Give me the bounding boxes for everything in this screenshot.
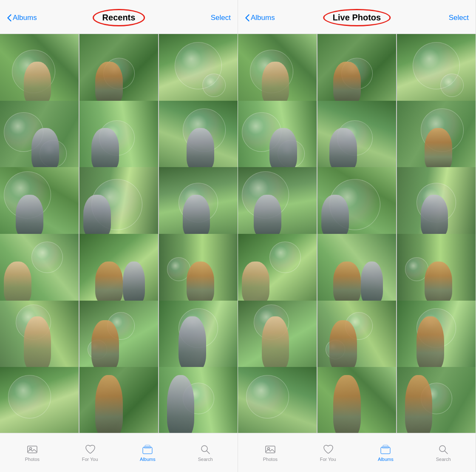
svg-point-12 <box>439 446 445 452</box>
right-panel-title: Live Photos <box>333 13 381 22</box>
left-photo-grid <box>0 34 238 433</box>
right-nav-photos[interactable]: Photos <box>255 444 285 462</box>
right-nav-search-label: Search <box>436 457 451 462</box>
right-nav-albums-label: Albums <box>378 457 394 462</box>
photo-cell[interactable] <box>397 367 476 433</box>
right-nav-for-you[interactable]: For You <box>313 444 343 462</box>
left-back-button[interactable]: Albums <box>7 14 37 22</box>
right-nav-for-you-label: For You <box>320 457 336 462</box>
left-nav-albums[interactable]: Albums <box>133 444 162 462</box>
left-panel: Albums Recents Select <box>0 0 238 472</box>
right-title-circle: Live Photos <box>323 9 391 26</box>
left-nav-search[interactable]: Search <box>190 444 220 462</box>
right-nav-search[interactable]: Search <box>428 444 458 462</box>
photo-cell[interactable] <box>79 367 158 433</box>
left-nav-photos[interactable]: Photos <box>17 444 47 462</box>
svg-rect-7 <box>266 446 275 453</box>
left-nav-albums-label: Albums <box>140 457 156 462</box>
photo-cell[interactable] <box>0 367 79 433</box>
left-header: Albums Recents Select <box>0 0 238 34</box>
photo-cell[interactable] <box>317 367 396 433</box>
left-title-circle: Recents <box>93 9 145 26</box>
svg-point-5 <box>201 446 207 452</box>
right-header: Albums Live Photos Select <box>238 0 476 34</box>
left-nav-search-label: Search <box>198 457 213 462</box>
left-nav-for-you-label: For You <box>82 457 98 462</box>
right-select-button[interactable]: Select <box>449 14 469 22</box>
left-bottom-nav: Photos For You Albums Search <box>0 433 238 472</box>
photo-cell[interactable] <box>238 367 317 433</box>
left-panel-title: Recents <box>102 13 136 22</box>
photo-cell[interactable] <box>159 367 238 433</box>
right-photo-grid <box>238 34 476 433</box>
right-nav-photos-label: Photos <box>263 457 278 462</box>
svg-line-6 <box>207 451 210 454</box>
left-nav-for-you[interactable]: For You <box>75 444 105 462</box>
left-select-button[interactable]: Select <box>211 14 231 22</box>
right-nav-albums[interactable]: Albums <box>371 444 400 462</box>
left-nav-photos-label: Photos <box>25 457 40 462</box>
right-back-button[interactable]: Albums <box>245 14 275 22</box>
right-panel: Albums Live Photos Select <box>238 0 476 472</box>
right-bottom-nav: Photos For You Albums Search <box>238 433 476 472</box>
svg-line-13 <box>445 451 448 454</box>
svg-rect-0 <box>28 446 37 453</box>
